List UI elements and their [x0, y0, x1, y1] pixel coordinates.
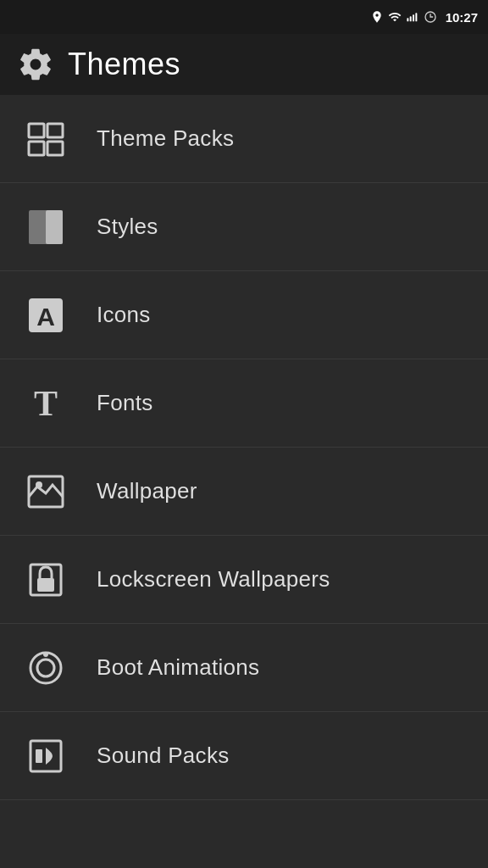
status-bar: 10:27: [0, 0, 488, 34]
theme-packs-icon: [25, 119, 66, 159]
svg-rect-17: [37, 578, 54, 592]
icons-icon: A: [25, 295, 66, 336]
svg-rect-7: [29, 142, 44, 155]
menu-item-label-theme-packs: Theme Packs: [97, 125, 234, 152]
status-icons: [370, 10, 437, 24]
svg-rect-8: [47, 142, 63, 155]
page-title: Themes: [68, 47, 180, 82]
svg-point-19: [37, 659, 54, 676]
app-header: Themes: [0, 34, 488, 95]
svg-rect-10: [46, 210, 63, 244]
svg-rect-2: [413, 14, 414, 21]
menu-item-boot-animations[interactable]: Boot Animations: [0, 624, 488, 712]
menu-item-label-wallpaper: Wallpaper: [97, 478, 197, 504]
svg-point-15: [36, 481, 42, 488]
menu-item-icons[interactable]: A Icons: [0, 271, 488, 359]
svg-rect-22: [36, 749, 42, 763]
sound-packs-icon: [25, 736, 66, 776]
wallpaper-icon: [25, 471, 66, 512]
menu-item-theme-packs[interactable]: Theme Packs: [0, 95, 488, 183]
fonts-icon: T: [25, 383, 66, 424]
menu-item-fonts[interactable]: T Fonts: [0, 359, 488, 448]
status-time: 10:27: [446, 10, 478, 25]
menu-item-label-styles: Styles: [97, 214, 158, 240]
menu-item-label-icons: Icons: [97, 302, 151, 328]
menu-item-sound-packs[interactable]: Sound Packs: [0, 712, 488, 800]
menu-list: Theme Packs Styles A Icons T Fonts Wallp…: [0, 95, 488, 800]
menu-item-label-lockscreen-wallpapers: Lockscreen Wallpapers: [97, 566, 330, 593]
signal-icon: [406, 10, 419, 24]
boot-animations-icon: [25, 648, 66, 688]
svg-rect-0: [407, 18, 408, 21]
svg-text:T: T: [34, 384, 58, 423]
wifi-icon: [388, 10, 402, 24]
svg-rect-3: [415, 13, 417, 21]
menu-item-label-sound-packs: Sound Packs: [97, 743, 230, 769]
styles-icon: [25, 207, 66, 248]
svg-point-18: [30, 653, 61, 683]
battery-icon: [424, 10, 437, 24]
svg-text:A: A: [36, 303, 55, 331]
svg-point-20: [43, 652, 48, 657]
menu-item-label-boot-animations: Boot Animations: [97, 654, 259, 681]
settings-gear-icon: [17, 46, 54, 83]
lockscreen-icon: [25, 559, 66, 600]
svg-rect-1: [409, 16, 411, 21]
menu-item-lockscreen-wallpapers[interactable]: Lockscreen Wallpapers: [0, 536, 488, 624]
menu-item-styles[interactable]: Styles: [0, 183, 488, 271]
location-icon: [370, 10, 384, 24]
menu-item-wallpaper[interactable]: Wallpaper: [0, 448, 488, 536]
menu-item-label-fonts: Fonts: [97, 390, 153, 416]
svg-rect-5: [29, 124, 44, 137]
svg-rect-6: [47, 124, 63, 137]
